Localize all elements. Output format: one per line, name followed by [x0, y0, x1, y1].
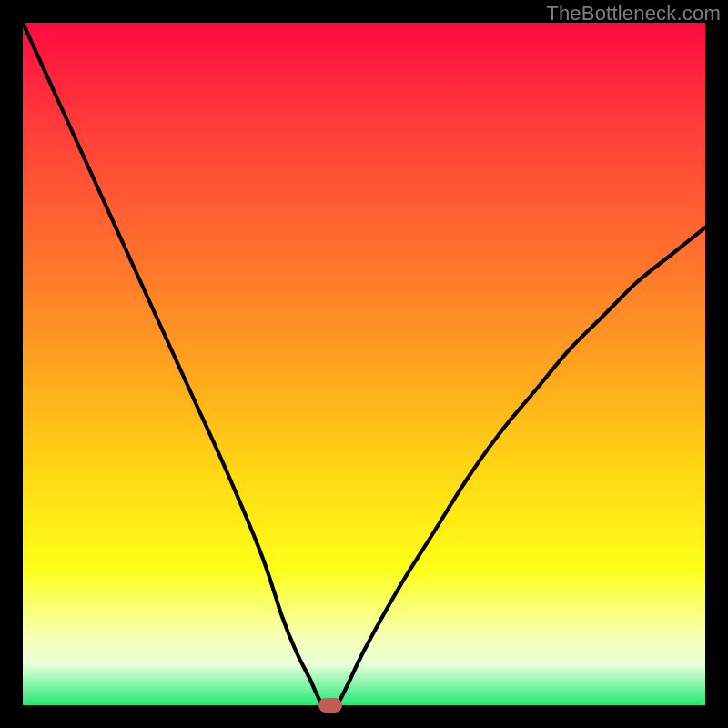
optimal-point-marker [318, 698, 342, 713]
watermark-text: TheBottleneck.com [546, 2, 721, 25]
bottleneck-curve [23, 23, 705, 705]
chart-frame: TheBottleneck.com [0, 0, 728, 728]
plot-area [23, 23, 705, 705]
